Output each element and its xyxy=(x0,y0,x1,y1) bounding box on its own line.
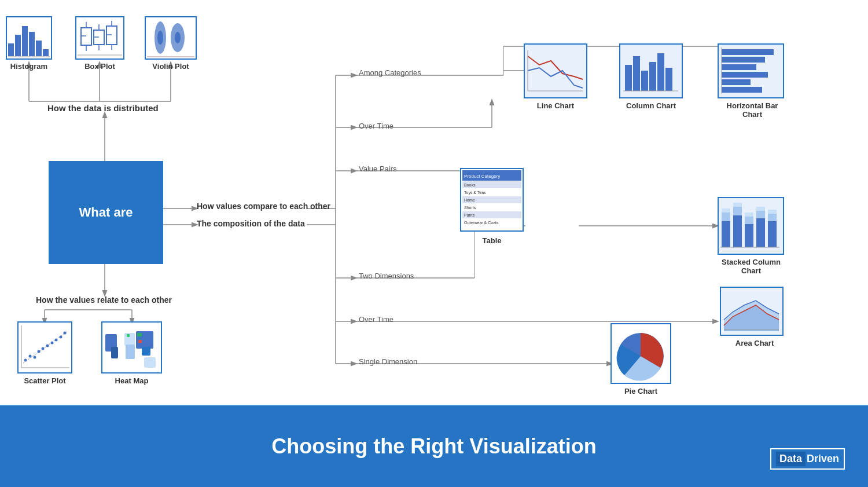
scatter-thumb xyxy=(17,321,72,374)
svg-rect-144 xyxy=(142,347,150,356)
svg-rect-112 xyxy=(756,211,765,218)
svg-rect-49 xyxy=(81,28,91,45)
question-box: What are xyxy=(49,161,163,264)
violinplot-thumb xyxy=(145,16,197,60)
svg-rect-81 xyxy=(722,64,756,70)
scatter-label: Scatter Plot xyxy=(17,376,72,385)
svg-rect-108 xyxy=(745,224,753,247)
hbarchart-thumb xyxy=(718,43,784,98)
svg-rect-145 xyxy=(144,357,156,368)
stackedcol-label: Stacked Column Chart xyxy=(716,258,786,275)
svg-rect-116 xyxy=(768,210,777,214)
svg-rect-72 xyxy=(633,56,640,91)
svg-rect-109 xyxy=(745,217,753,224)
svg-rect-111 xyxy=(756,218,765,247)
distributed-label: How the data is distributed xyxy=(47,103,159,113)
svg-rect-71 xyxy=(625,65,632,91)
histogram-thumb xyxy=(6,16,52,60)
relate-label: How the values relate to each other xyxy=(36,295,172,305)
svg-rect-83 xyxy=(722,79,751,85)
over-time-label-1: Over Time xyxy=(359,122,393,130)
svg-rect-148 xyxy=(138,340,142,343)
svg-text:Product Category: Product Category xyxy=(464,174,500,179)
svg-rect-80 xyxy=(722,57,765,63)
svg-point-128 xyxy=(24,359,27,362)
question-text: What are xyxy=(79,204,133,221)
svg-text:Toys & Teas: Toys & Teas xyxy=(464,191,486,195)
svg-rect-57 xyxy=(106,26,117,45)
svg-rect-46 xyxy=(36,41,42,56)
svg-rect-142 xyxy=(126,345,135,359)
columnchart-label: Column Chart xyxy=(619,101,683,110)
footer: Choosing the Right Visualization Data Dr… xyxy=(0,405,868,487)
svg-rect-82 xyxy=(722,72,768,78)
piechart-label: Pie Chart xyxy=(610,387,671,396)
svg-rect-79 xyxy=(722,49,774,55)
two-dimensions-label: Two Dimensions xyxy=(359,272,414,280)
svg-point-136 xyxy=(60,336,62,339)
svg-rect-147 xyxy=(137,333,142,336)
svg-rect-110 xyxy=(745,213,753,217)
svg-point-137 xyxy=(64,332,67,335)
boxplot-label: Box Plot xyxy=(75,62,124,71)
hbarchart-label: Horizontal Bar Chart xyxy=(718,101,787,119)
svg-point-65 xyxy=(175,32,181,43)
svg-rect-74 xyxy=(649,62,656,91)
stackedcol-thumb xyxy=(718,197,784,255)
svg-point-134 xyxy=(51,342,54,345)
svg-text:Pants: Pants xyxy=(464,213,475,217)
svg-text:Shorts: Shorts xyxy=(464,206,476,210)
columnchart-thumb xyxy=(619,43,683,98)
svg-rect-44 xyxy=(22,26,28,56)
heatmap-label: Heat Map xyxy=(101,376,162,385)
svg-rect-45 xyxy=(29,32,35,56)
among-categories-label: Among Categories xyxy=(359,68,421,77)
single-dimension-label: Single Dimension xyxy=(359,357,417,366)
svg-point-131 xyxy=(38,350,41,353)
value-pairs-label: Value Pairs xyxy=(359,164,397,173)
svg-rect-140 xyxy=(111,347,118,358)
svg-point-129 xyxy=(29,355,32,358)
svg-point-63 xyxy=(157,31,163,45)
svg-text:Books: Books xyxy=(464,183,476,187)
brand-driven: Driven xyxy=(807,453,839,465)
svg-rect-104 xyxy=(722,208,730,213)
svg-rect-73 xyxy=(641,71,648,91)
svg-rect-103 xyxy=(722,213,730,221)
piechart-thumb xyxy=(610,323,671,384)
svg-point-130 xyxy=(34,356,36,359)
svg-rect-102 xyxy=(722,221,730,247)
table-label: Table xyxy=(460,236,524,245)
brand: Data Driven xyxy=(770,448,845,470)
svg-point-132 xyxy=(42,347,45,350)
svg-rect-84 xyxy=(722,87,762,93)
linechart-thumb xyxy=(524,43,587,98)
svg-rect-42 xyxy=(8,43,14,56)
heatmap-thumb xyxy=(101,321,162,374)
svg-rect-67 xyxy=(525,45,586,97)
svg-rect-106 xyxy=(733,207,742,215)
areachart-label: Area Chart xyxy=(726,339,784,347)
svg-rect-47 xyxy=(43,49,49,56)
svg-rect-75 xyxy=(657,53,664,91)
svg-rect-105 xyxy=(733,215,742,247)
violinplot-label: Violin Plot xyxy=(145,62,197,71)
svg-point-135 xyxy=(55,339,58,342)
svg-rect-43 xyxy=(15,35,21,56)
svg-rect-114 xyxy=(768,221,777,247)
compare-label: How values compare to each other xyxy=(197,202,330,211)
brand-data: Data xyxy=(776,452,806,466)
svg-text:Outerwear & Coats: Outerwear & Coats xyxy=(464,221,499,225)
areachart-thumb xyxy=(720,287,784,336)
footer-title: Choosing the Right Visualization xyxy=(271,434,596,459)
svg-rect-107 xyxy=(733,203,742,207)
svg-rect-146 xyxy=(127,334,130,337)
svg-text:Home: Home xyxy=(464,198,475,202)
linechart-label: Line Chart xyxy=(524,101,587,110)
svg-rect-113 xyxy=(756,207,765,211)
over-time-label-2: Over Time xyxy=(359,315,393,324)
svg-rect-76 xyxy=(665,68,672,91)
svg-point-133 xyxy=(46,345,49,347)
histogram-label: Histogram xyxy=(6,62,52,71)
svg-rect-115 xyxy=(768,214,777,221)
